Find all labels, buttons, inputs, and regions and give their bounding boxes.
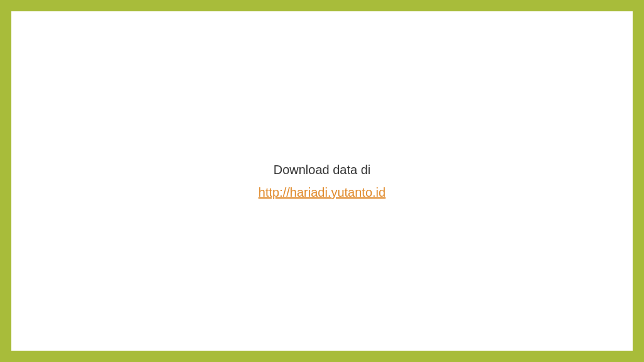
slide-title: Download data di bbox=[258, 160, 386, 180]
download-link[interactable]: http://hariadi.yutanto.id bbox=[258, 185, 386, 199]
slide-frame: Download data di http://hariadi.yutanto.… bbox=[11, 11, 633, 351]
content-block: Download data di http://hariadi.yutanto.… bbox=[258, 160, 386, 202]
